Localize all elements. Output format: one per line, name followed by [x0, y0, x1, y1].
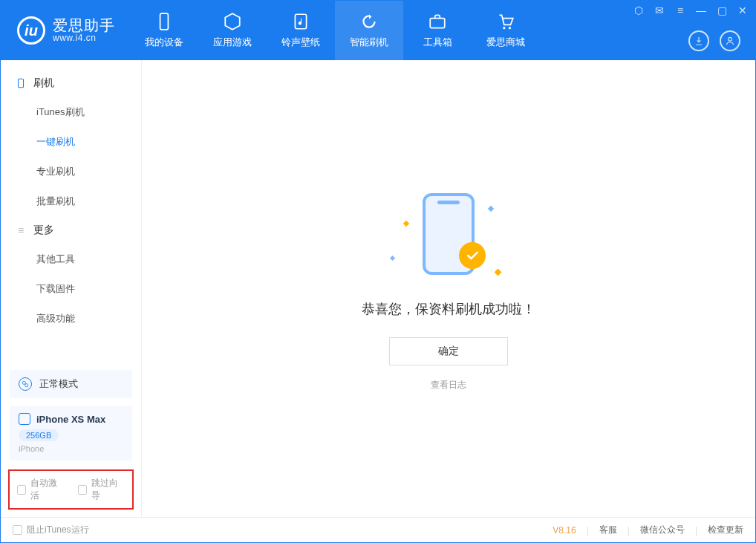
- checkbox-skip-guide[interactable]: 跳过向导: [78, 477, 126, 502]
- shirt-icon[interactable]: ⬡: [633, 5, 644, 16]
- success-message: 恭喜您，保资料刷机成功啦！: [362, 300, 535, 318]
- footer-right: V8.16 | 客服 | 微信公众号 | 检查更新: [553, 524, 743, 536]
- device-icon: [154, 12, 174, 31]
- mode-label: 正常模式: [39, 377, 78, 391]
- sparkle-icon: [495, 269, 502, 276]
- app-name: 爱思助手: [53, 17, 115, 33]
- body: 刷机 iTunes刷机 一键刷机 专业刷机 批量刷机 ≡ 更多 其他工具 下载固…: [1, 60, 755, 517]
- checkbox-block-itunes[interactable]: 阻止iTunes运行: [13, 524, 89, 536]
- svg-point-4: [509, 27, 511, 29]
- sidebar-status-block: 正常模式 iPhone XS Max 256GB iPhone: [10, 370, 132, 461]
- mode-icon: [19, 377, 32, 391]
- feedback-icon[interactable]: ✉: [654, 5, 665, 16]
- nav-label: 智能刷机: [350, 36, 388, 49]
- cube-icon: [223, 12, 242, 31]
- sidebar-item-batch-flash[interactable]: 批量刷机: [1, 186, 141, 216]
- section-title: 更多: [33, 224, 54, 237]
- checkbox-label: 跳过向导: [91, 477, 125, 502]
- svg-rect-0: [160, 13, 169, 30]
- footer-link-support[interactable]: 客服: [599, 524, 617, 536]
- download-button[interactable]: [688, 30, 709, 51]
- user-icon: [725, 36, 735, 46]
- svg-point-7: [22, 381, 25, 384]
- sparkle-icon: [403, 221, 409, 227]
- nav-label: 工具箱: [423, 36, 452, 49]
- checkbox-icon: [13, 525, 22, 535]
- sparkle-icon: [488, 206, 494, 212]
- checkbox-auto-activate[interactable]: 自动激活: [17, 477, 65, 502]
- maximize-button[interactable]: ▢: [717, 5, 727, 16]
- nav-label: 爱思商城: [486, 36, 525, 49]
- nav-label: 应用游戏: [213, 36, 252, 49]
- sidebar-section-more: ≡ 更多: [1, 216, 141, 244]
- download-icon: [694, 36, 704, 46]
- check-badge-icon: [459, 242, 486, 269]
- svg-rect-6: [19, 79, 24, 88]
- section-title: 刷机: [33, 77, 54, 90]
- app-site: www.i4.cn: [53, 33, 115, 43]
- sidebar-section-flash: 刷机: [1, 69, 141, 97]
- logo-icon: iu: [17, 16, 45, 45]
- window-controls: ⬡ ✉ ≡ ― ▢ ✕: [633, 5, 748, 16]
- footer-link-update[interactable]: 检查更新: [708, 524, 743, 536]
- nav-label: 我的设备: [145, 36, 183, 49]
- nav-store[interactable]: 爱思商城: [472, 1, 540, 60]
- success-illustration: [382, 186, 515, 282]
- sidebar: 刷机 iTunes刷机 一键刷机 专业刷机 批量刷机 ≡ 更多 其他工具 下载固…: [1, 60, 142, 517]
- options-highlight-box: 自动激活 跳过向导: [8, 469, 134, 510]
- footer: 阻止iTunes运行 V8.16 | 客服 | 微信公众号 | 检查更新: [1, 517, 755, 542]
- nav-smart-flash[interactable]: 智能刷机: [335, 1, 403, 60]
- top-nav: 我的设备 应用游戏 铃声壁纸 智能刷机 工具箱 爱思商城: [130, 1, 540, 60]
- nav-my-device[interactable]: 我的设备: [130, 1, 198, 60]
- sidebar-item-oneclick-flash[interactable]: 一键刷机: [1, 127, 141, 157]
- checkbox-icon: [78, 485, 87, 495]
- svg-point-3: [503, 27, 505, 29]
- account-button[interactable]: [720, 30, 740, 51]
- list-icon: ≡: [16, 225, 26, 235]
- minimize-button[interactable]: ―: [696, 5, 706, 16]
- nav-ringtone-wallpaper[interactable]: 铃声壁纸: [267, 1, 335, 60]
- logo-text: 爱思助手 www.i4.cn: [53, 17, 115, 43]
- device-name-row: iPhone XS Max: [19, 413, 123, 425]
- svg-rect-2: [430, 19, 445, 28]
- main-content: 恭喜您，保资料刷机成功啦！ 确定 查看日志: [142, 60, 755, 517]
- phone-icon: [16, 78, 26, 88]
- check-icon: [465, 248, 480, 263]
- nav-apps-games[interactable]: 应用游戏: [198, 1, 267, 60]
- music-icon: [291, 12, 310, 31]
- version-label: V8.16: [553, 525, 576, 536]
- checkbox-label: 阻止iTunes运行: [27, 524, 89, 536]
- device-storage: 256GB: [19, 429, 59, 441]
- checkbox-icon: [17, 485, 26, 495]
- sidebar-item-other-tools[interactable]: 其他工具: [1, 244, 141, 274]
- close-button[interactable]: ✕: [737, 5, 748, 16]
- logo[interactable]: iu 爱思助手 www.i4.cn: [1, 16, 127, 45]
- mode-status-card[interactable]: 正常模式: [10, 370, 132, 398]
- sidebar-item-itunes-flash[interactable]: iTunes刷机: [1, 97, 141, 127]
- nav-label: 铃声壁纸: [281, 36, 320, 49]
- sidebar-item-pro-flash[interactable]: 专业刷机: [1, 157, 141, 186]
- cart-icon: [496, 12, 515, 31]
- svg-point-8: [25, 384, 28, 387]
- header: iu 爱思助手 www.i4.cn 我的设备 应用游戏 铃声壁纸 智能刷机 工具…: [1, 1, 755, 60]
- toolbox-icon: [428, 12, 447, 31]
- svg-point-5: [729, 37, 732, 41]
- view-log-link[interactable]: 查看日志: [431, 379, 466, 391]
- ok-button[interactable]: 确定: [389, 337, 508, 365]
- refresh-icon: [359, 12, 379, 31]
- sidebar-item-download-firmware[interactable]: 下载固件: [1, 274, 141, 304]
- sidebar-item-advanced[interactable]: 高级功能: [1, 304, 141, 334]
- menu-icon[interactable]: ≡: [675, 5, 685, 16]
- sparkle-icon: [390, 256, 395, 261]
- footer-link-wechat[interactable]: 微信公众号: [640, 524, 685, 536]
- header-right-icons: [688, 30, 740, 51]
- device-phone-icon: [19, 413, 30, 425]
- nav-toolbox[interactable]: 工具箱: [403, 1, 472, 60]
- device-card[interactable]: iPhone XS Max 256GB iPhone: [10, 406, 132, 461]
- device-type: iPhone: [19, 444, 123, 453]
- device-name: iPhone XS Max: [36, 414, 105, 425]
- checkbox-label: 自动激活: [30, 477, 64, 502]
